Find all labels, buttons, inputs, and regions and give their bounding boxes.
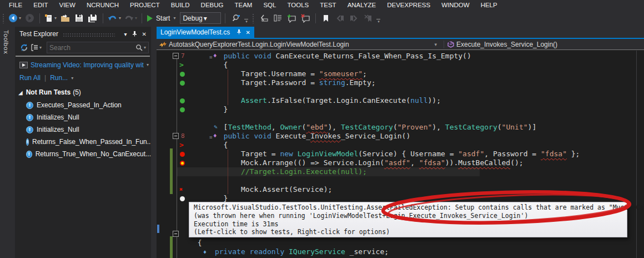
streaming-video-link[interactable]: Streaming Video: Improving quality wit: [31, 61, 145, 69]
code-line[interactable]: [157, 114, 644, 123]
menu-view[interactable]: VIEW: [54, 1, 81, 9]
code-line[interactable]: {: [157, 141, 644, 150]
code-line[interactable]: Assert.IsFalse(Target.Login.CanExecute(n…: [157, 96, 644, 105]
undo-button[interactable]: ▾: [107, 12, 122, 25]
menu-test[interactable]: TEST: [314, 1, 341, 9]
solution-configuration-dropdown[interactable]: Debug ▾: [180, 12, 221, 24]
clear-bookmarks-button[interactable]: [361, 12, 374, 25]
menu-file[interactable]: FILE: [3, 1, 28, 9]
new-file-button[interactable]: ▾: [44, 12, 57, 25]
ncrunch-coverage-marker[interactable]: [180, 98, 185, 103]
toolbar-grip[interactable]: [252, 13, 255, 23]
toolbar-grip[interactable]: [2, 13, 5, 23]
test-item[interactable]: !Executes_Passed_In_Action: [26, 99, 151, 111]
menu-debug[interactable]: DEBUG: [195, 1, 229, 9]
test-group-header[interactable]: ◢ Not Run Tests (5): [18, 88, 81, 97]
toolbar-options-button[interactable]: ▾: [376, 19, 380, 23]
previous-bookmark-button[interactable]: [334, 12, 346, 25]
code-line[interactable]: }: [157, 105, 644, 114]
code-line[interactable]: {: [157, 61, 644, 70]
menu-devexpress[interactable]: DEVEXPRESS: [381, 1, 436, 9]
ncrunch-coverage-marker[interactable]: [180, 107, 185, 112]
navigate-back-button[interactable]: ▾: [8, 12, 22, 25]
breadcrumb-type-dropdown[interactable]: AutotaskQueryExplorerTest.Login.LoginVie…: [157, 41, 444, 48]
menu-analyze[interactable]: ANALYZE: [342, 1, 382, 9]
refresh-button[interactable]: [18, 41, 30, 54]
ncrunch-execution-arrow[interactable]: >: [179, 61, 184, 70]
ncrunch-execution-arrow[interactable]: >: [179, 141, 184, 150]
code-line[interactable]: Target.Username = "someuser";: [157, 70, 644, 78]
test-item[interactable]: !Initializes_Null: [26, 123, 151, 136]
pin-icon[interactable]: [132, 31, 137, 38]
test-item[interactable]: !Returns_False_When_Passed_In_Fun...: [26, 136, 151, 148]
ncrunch-coverage-marker[interactable]: [180, 81, 185, 86]
fold-box[interactable]: [173, 53, 179, 59]
close-icon[interactable]: ✕: [142, 31, 147, 37]
chevron-down-icon[interactable]: ▾: [71, 76, 73, 81]
code-editor[interactable]: public void CanExecute_Returns_False_Whe…: [157, 51, 644, 258]
menu-tools[interactable]: TOOLS: [281, 1, 314, 9]
breadcrumb-member-dropdown[interactable]: Execute_Invokes_Service_Login(): [444, 41, 644, 48]
ncrunch-coverage-marker[interactable]: [180, 152, 185, 157]
menu-help[interactable]: HELP: [475, 1, 503, 9]
menu-build[interactable]: BUILD: [165, 1, 195, 9]
panel-splitter[interactable]: [151, 27, 157, 258]
remove-comment-button[interactable]: [299, 12, 311, 25]
search-input[interactable]: [49, 44, 135, 52]
redo-button[interactable]: ▾: [123, 12, 138, 25]
code-line[interactable]: [157, 87, 644, 96]
toolbox-tab[interactable]: Toolbox: [3, 30, 9, 54]
ncrunch-exception-tooltip[interactable]: Microsoft.VisualStudio.TestTools.UnitTes…: [189, 202, 627, 237]
save-all-button[interactable]: [87, 12, 99, 25]
menu-window[interactable]: WINDOW: [436, 1, 475, 9]
find-in-files-button[interactable]: [229, 12, 242, 25]
ncrunch-coverage-marker[interactable]: [180, 161, 185, 166]
code-line[interactable]: Target.Password = string.Empty;: [157, 78, 644, 87]
close-icon[interactable]: ✕: [246, 29, 250, 36]
search-box[interactable]: ▾: [47, 42, 149, 53]
test-item[interactable]: !Initializes_Null: [26, 111, 151, 123]
fold-box[interactable]: [173, 133, 179, 139]
code-line[interactable]: [TestMethod, Owner("ebd"), TestCategory(…: [157, 123, 644, 132]
pin-icon[interactable]: [237, 29, 242, 36]
add-comment-button[interactable]: [285, 12, 298, 25]
chevron-down-icon[interactable]: ▾: [147, 62, 149, 67]
code-line[interactable]: Mock.Arrange(() => Service.Login("asdf",…: [157, 158, 644, 167]
toggle-bookmark-button[interactable]: [320, 12, 332, 25]
test-explorer-titlebar[interactable]: Test Explorer ▾ ✕: [15, 29, 151, 39]
document-tab[interactable]: LoginViewModelTest.cs ✕: [157, 27, 254, 38]
test-item[interactable]: !Returns_True_When_No_CanExecut...: [26, 148, 151, 160]
start-debug-button[interactable]: Start ▾: [146, 12, 176, 25]
expander-icon[interactable]: ◢: [18, 90, 23, 96]
code-line[interactable]: private readonly IQueryService _service;: [157, 247, 644, 256]
scrollbar[interactable]: [636, 51, 637, 258]
menu-sql[interactable]: SQL: [258, 1, 281, 9]
search-icon[interactable]: [135, 44, 143, 51]
code-line[interactable]: [157, 176, 644, 185]
code-line[interactable]: public void Execute_Invokes_Service_Logi…: [157, 132, 644, 141]
ncrunch-failed-marker[interactable]: ✖: [179, 186, 183, 194]
navigate-forward-line-button[interactable]: [271, 12, 284, 25]
run-menu-link[interactable]: Run...: [50, 74, 68, 82]
next-bookmark-button[interactable]: [348, 12, 360, 25]
toolbar-options-button[interactable]: ▾: [244, 19, 248, 23]
navigate-forward-button[interactable]: [23, 12, 36, 25]
group-by-button[interactable]: ▾: [30, 41, 42, 54]
menu-ncrunch[interactable]: NCRUNCH: [81, 1, 124, 9]
save-button[interactable]: [73, 12, 85, 25]
menu-team[interactable]: TEAM: [229, 1, 258, 9]
fold-box[interactable]: [173, 231, 179, 237]
code-line[interactable]: {: [157, 239, 644, 247]
code-line[interactable]: //Target.Login.Execute(null);: [157, 167, 644, 176]
code-line[interactable]: Target = new LoginViewModel(Service) { U…: [157, 150, 644, 158]
open-file-button[interactable]: [59, 12, 71, 25]
ncrunch-coverage-marker[interactable]: [180, 196, 185, 201]
window-position-icon[interactable]: ▾: [124, 31, 127, 37]
run-all-link[interactable]: Run All: [19, 74, 41, 82]
menu-edit[interactable]: EDIT: [28, 1, 53, 9]
menu-project[interactable]: PROJECT: [124, 1, 165, 9]
code-line[interactable]: Mock.Assert(Service);: [157, 185, 644, 194]
chevron-down-icon[interactable]: ▾: [144, 45, 146, 50]
ncrunch-coverage-marker[interactable]: [180, 72, 185, 77]
navigate-backward-line-button[interactable]: [258, 12, 270, 25]
